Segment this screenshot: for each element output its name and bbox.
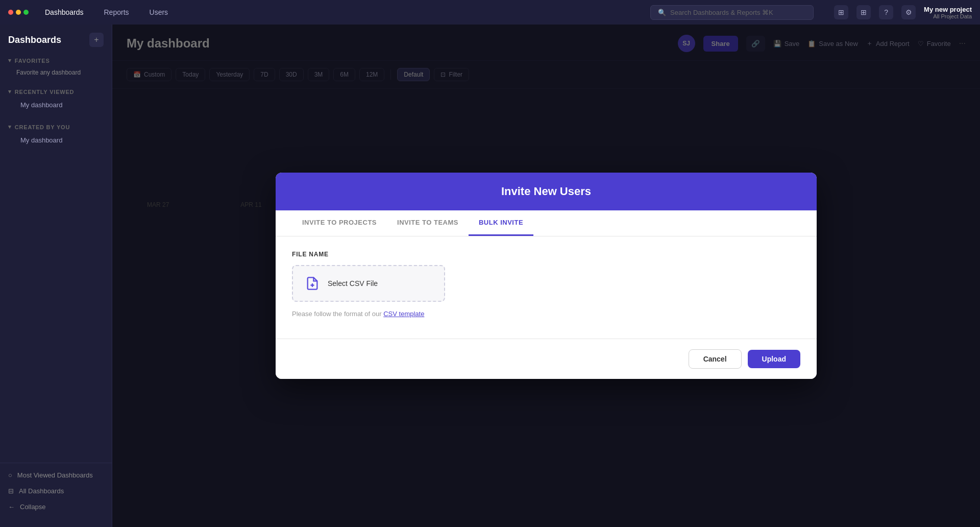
add-dashboard-button[interactable]: + <box>89 33 104 47</box>
tab-invite-to-teams[interactable]: INVITE TO TEAMS <box>387 210 469 236</box>
modal-tabs: INVITE TO PROJECTS INVITE TO TEAMS BULK … <box>276 210 817 236</box>
collapse-icon: ← <box>8 503 15 511</box>
help-icon[interactable]: ? <box>879 5 893 19</box>
content-area: My dashboard SJ Share 🔗 💾 Save 📋 Save as… <box>112 25 980 527</box>
chevron-down-icon: ▾ <box>8 57 12 64</box>
chevron-down-icon: ▾ <box>8 124 12 130</box>
tab-invite-to-projects[interactable]: INVITE TO PROJECTS <box>292 210 387 236</box>
sidebar-header: Dashboards + <box>0 33 112 53</box>
all-dashboards-link[interactable]: ⊟ All Dashboards <box>8 483 104 499</box>
chevron-down-icon: ▾ <box>8 88 12 95</box>
csv-template-link[interactable]: CSV template <box>383 310 424 318</box>
search-icon: 🔍 <box>658 9 666 16</box>
window-controls <box>8 10 29 15</box>
sidebar: Dashboards + ▾ FAVORITES Favorite any da… <box>0 25 112 527</box>
modal-footer: Cancel Upload <box>276 339 817 379</box>
modal-header: Invite New Users <box>276 173 817 210</box>
favorites-placeholder: Favorite any dashboard <box>8 67 104 78</box>
close-dot <box>8 10 13 15</box>
folder-icon: ⊟ <box>8 487 14 495</box>
recently-viewed-section: ▾ RECENTLY VIEWED My dashboard <box>0 84 112 115</box>
created-by-you-section: ▾ CREATED BY YOU My dashboard <box>0 119 112 151</box>
sidebar-bottom: ○ Most Viewed Dashboards ⊟ All Dashboard… <box>0 463 112 519</box>
file-name-label: FILE NAME <box>292 251 800 258</box>
global-search[interactable]: 🔍 Search Dashboards & Reports ⌘K <box>650 5 814 20</box>
tab-bulk-invite[interactable]: BULK INVITE <box>469 210 533 236</box>
invite-users-modal: Invite New Users INVITE TO PROJECTS INVI… <box>276 173 817 379</box>
modal-body: FILE NAME Select CSV File <box>276 236 817 339</box>
nav-reports[interactable]: Reports <box>100 6 133 18</box>
csv-select-label: Select CSV File <box>328 279 378 288</box>
notifications-icon[interactable]: ⊞ <box>834 5 848 19</box>
main-layout: Dashboards + ▾ FAVORITES Favorite any da… <box>0 25 980 527</box>
most-viewed-link[interactable]: ○ Most Viewed Dashboards <box>8 467 104 483</box>
csv-file-selector[interactable]: Select CSV File <box>292 265 445 302</box>
nav-right-area: ⊞ ⊞ ? ⚙ My new project All Project Data <box>834 5 972 19</box>
grid-icon[interactable]: ⊞ <box>856 5 871 19</box>
recently-viewed-toggle[interactable]: ▾ RECENTLY VIEWED <box>8 88 104 95</box>
top-navigation: Dashboards Reports Users 🔍 Search Dashbo… <box>0 0 980 25</box>
sidebar-item-my-dashboard-created[interactable]: My dashboard <box>12 132 100 148</box>
upload-button[interactable]: Upload <box>748 350 800 368</box>
eye-icon: ○ <box>8 471 12 479</box>
sidebar-item-my-dashboard-recent[interactable]: My dashboard <box>12 97 100 113</box>
minimize-dot <box>16 10 21 15</box>
nav-dashboards[interactable]: Dashboards <box>41 6 88 18</box>
csv-hint: Please follow the format of our CSV temp… <box>292 310 800 318</box>
csv-icon <box>303 274 322 293</box>
modal-title: Invite New Users <box>292 185 800 198</box>
sidebar-title: Dashboards <box>8 35 61 45</box>
settings-icon[interactable]: ⚙ <box>901 5 916 19</box>
project-selector[interactable]: My new project All Project Data <box>924 6 972 19</box>
favorites-section-toggle[interactable]: ▾ FAVORITES <box>8 57 104 64</box>
modal-overlay: Invite New Users INVITE TO PROJECTS INVI… <box>112 25 980 527</box>
created-by-you-toggle[interactable]: ▾ CREATED BY YOU <box>8 124 104 130</box>
collapse-button[interactable]: ← Collapse <box>8 499 104 515</box>
maximize-dot <box>23 10 29 15</box>
cancel-button[interactable]: Cancel <box>689 349 742 369</box>
nav-users[interactable]: Users <box>145 6 173 18</box>
favorites-section: ▾ FAVORITES Favorite any dashboard <box>0 53 112 80</box>
